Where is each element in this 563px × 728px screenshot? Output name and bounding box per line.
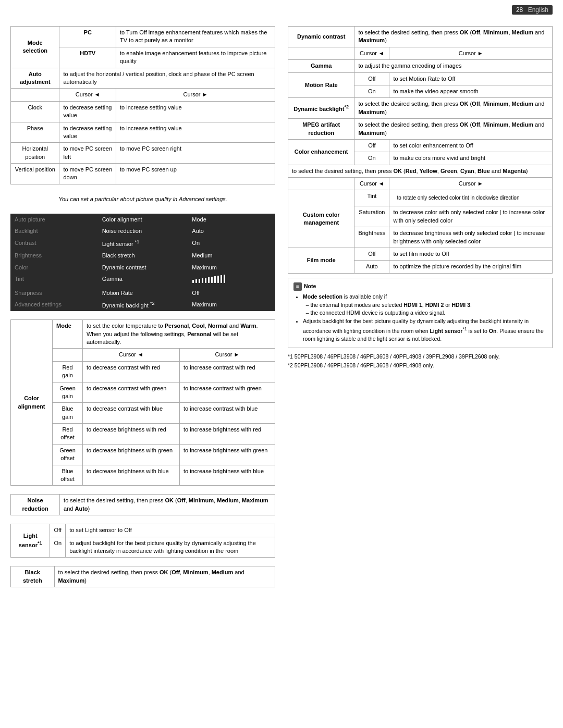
hdtv-label: HDTV <box>59 47 116 68</box>
menu-row-8: Advanced settings Dynamic backlight *2 M… <box>10 299 275 311</box>
dyn-contrast-label: Dynamic contrast <box>288 27 354 47</box>
dyn-contrast-desc: to select the desired setting, then pres… <box>354 27 553 47</box>
film-off-desc: to set film mode to Off <box>389 248 553 261</box>
film-off: Off <box>354 248 389 261</box>
language: English <box>528 6 548 14</box>
right-cursor-left: Cursor ◄ <box>354 47 389 59</box>
color-enh-off: Off <box>354 139 389 152</box>
color-enh-off-desc: to set color enhancement to Off <box>389 139 553 152</box>
tint-left: to rotate only selected color tint in cl… <box>393 192 548 204</box>
light-on-desc: to adjust backlight for the best picture… <box>66 537 275 558</box>
saturation-desc: to decrease color with only selected col… <box>389 206 553 227</box>
brightness-sub-desc: to decrease brightness with only selecte… <box>389 227 553 248</box>
menu-row-6: Tint Gamma <box>10 273 275 287</box>
motion-on-label: On <box>354 85 389 97</box>
blue-offset-label: Blue offset <box>53 465 83 486</box>
menu-col1-6: Tint <box>10 273 98 287</box>
menu-row-5: Color Dynamic contrast Maximum <box>10 262 275 274</box>
note-label: Note <box>304 282 316 291</box>
page-container: 28 English Mode selection PC to Turn Off… <box>10 10 553 587</box>
custom-cursor-right: Cursor ► <box>389 178 553 190</box>
cursor-left-header: Cursor ◄ <box>59 89 116 101</box>
note-box: ≡ Note Mode selection is available only … <box>288 278 553 348</box>
menu-col3-6 <box>188 273 275 287</box>
motion-off-label: Off <box>354 72 389 85</box>
noise-label: Noise reduction <box>11 495 60 515</box>
pc-label: PC <box>59 27 116 47</box>
left-column: Mode selection PC to Turn Off image enha… <box>10 26 275 587</box>
mpeg-desc: to select the desired setting, then pres… <box>354 119 553 140</box>
color-cursor-left: Cursor ◄ <box>82 349 179 361</box>
horiz-left: to move PC screen left <box>59 143 116 164</box>
main-content: Mode selection PC to Turn Off image enha… <box>10 26 553 587</box>
menu-row-7: Sharpness Motion Rate Off <box>10 287 275 299</box>
note-item-1: Mode selection is available only if – th… <box>303 293 547 317</box>
mode-label: Mode <box>53 320 83 349</box>
menu-col1-2: Backlight <box>10 225 98 237</box>
black-stretch-desc: to select the desired setting, then pres… <box>54 566 275 587</box>
green-offset-right: to increase brightness with green <box>179 444 275 465</box>
motion-off-desc: to set Motion Rate to Off <box>389 72 553 85</box>
blue-offset-right: to increase brightness with blue <box>179 465 275 486</box>
blue-gain-label: Blue gain <box>53 403 83 424</box>
light-off-desc: to set Light sensor to Off <box>66 524 275 537</box>
menu-col1-4: Brightness <box>10 250 98 262</box>
menu-col2-5: Dynamic contrast <box>98 262 188 274</box>
footnote-1: *1 50PFL3908 / 46PFL3908 / 46PFL3608 / 4… <box>288 352 553 361</box>
blue-gain-right: to increase contrast with blue <box>179 403 275 424</box>
green-gain-left: to decrease contrast with green <box>82 382 179 403</box>
note-list: Mode selection is available only if – th… <box>293 293 547 343</box>
menu-col1-3: Contrast <box>10 237 98 250</box>
phase-right: to increase setting value <box>116 122 275 143</box>
menu-col2-1: Color alignment <box>98 214 188 226</box>
cursor-right-header: Cursor ► <box>116 89 275 101</box>
menu-col2-2: Noise reduction <box>98 225 188 237</box>
saturation-label: Saturation <box>354 206 389 227</box>
custom-color-note: to select the desired setting, then pres… <box>288 165 553 177</box>
gamma-bars <box>192 275 226 283</box>
menu-col2-6: Gamma <box>98 273 188 287</box>
vert-position-label: Vertical position <box>11 164 59 184</box>
mode-desc: to set the color temperature to Personal… <box>82 320 275 349</box>
film-auto: Auto <box>354 261 389 273</box>
clock-right: to increase setting value <box>116 101 275 122</box>
menu-col1-1: Auto picture <box>10 214 98 226</box>
phase-label: Phase <box>11 122 59 143</box>
menu-table: Auto picture Color alignment Mode Backli… <box>10 214 275 311</box>
film-auto-desc: to optimize the picture recorded by the … <box>389 261 553 273</box>
menu-col3-8: Maximum <box>188 299 275 311</box>
light-off-label: Off <box>50 524 66 537</box>
menu-col3-3: On <box>188 237 275 250</box>
color-enh-on-desc: to make colors more vivid and bright <box>389 152 553 165</box>
red-offset-right: to increase brightness with red <box>179 424 275 445</box>
menu-row-4: Brightness Black stretch Medium <box>10 250 275 262</box>
green-offset-left: to decrease brightness with green <box>82 444 179 465</box>
film-mode-label: Film mode <box>288 248 354 274</box>
horiz-right: to move PC screen right <box>116 143 275 164</box>
vert-right: to move PC screen up <box>116 164 275 184</box>
custom-cursor-left: Cursor ◄ <box>354 178 389 190</box>
horiz-position-label: Horizontal position <box>11 143 59 164</box>
right-column: Dynamic contrast to select the desired s… <box>288 26 553 587</box>
pc-hdtv-table: Mode selection PC to Turn Off image enha… <box>10 26 275 184</box>
blue-offset-left: to decrease brightness with blue <box>82 465 179 486</box>
note-title: ≡ Note <box>293 282 547 291</box>
noise-table: Noise reduction to select the desired se… <box>10 494 275 515</box>
black-stretch-label: Black stretch <box>11 566 55 587</box>
menu-col1-5: Color <box>10 262 98 274</box>
auto-adjustment-desc: to adjust the horizontal / vertical posi… <box>59 68 275 89</box>
tint-label: Tint <box>354 190 389 206</box>
right-cursor-right: Cursor ► <box>389 47 553 59</box>
red-offset-label: Red offset <box>53 424 83 445</box>
menu-col3-4: Medium <box>188 250 275 262</box>
color-cursor-right: Cursor ► <box>179 349 275 361</box>
vert-left: to move PC screen down <box>59 164 116 184</box>
page-num: 28 <box>516 6 523 14</box>
clock-label: Clock <box>11 101 59 122</box>
color-align-table: Color alignment Mode to set the color te… <box>10 319 275 486</box>
menu-col3-5: Maximum <box>188 262 275 274</box>
black-stretch-table: Black stretch to select the desired sett… <box>10 566 275 587</box>
color-enhancement-label: Color enhancement <box>288 139 354 165</box>
light-sensor-label: Light sensor*1 <box>11 524 50 558</box>
gamma-desc: to adjust the gamma encoding of images <box>354 60 553 72</box>
